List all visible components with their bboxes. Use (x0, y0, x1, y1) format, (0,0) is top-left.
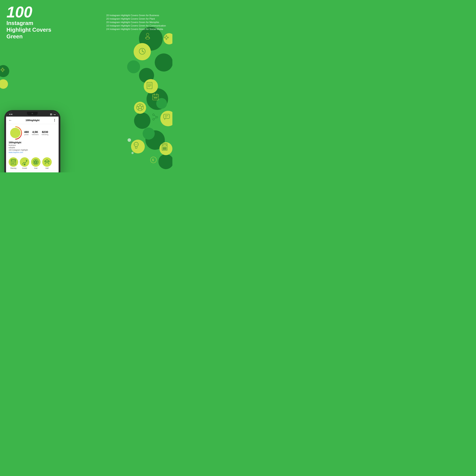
svg-point-15 (143, 128, 155, 140)
svg-rect-52 (162, 143, 167, 150)
title-line3: Green (6, 33, 51, 40)
ig-avatar-ring (9, 126, 22, 140)
svg-point-63 (2, 68, 3, 69)
svg-point-59 (166, 149, 166, 150)
ig-stat-following: 8230 following (42, 130, 48, 136)
svg-point-17 (0, 79, 8, 89)
phone-notch: 8:30 ▌▌ ≈ ▬ (6, 112, 59, 117)
ig-username: 100highlight (26, 119, 40, 121)
svg-line-25 (142, 51, 144, 52)
svg-text:$: $ (152, 158, 154, 162)
svg-point-82 (45, 161, 46, 162)
highlight-circle-goal (31, 157, 40, 167)
back-button[interactable]: ← (9, 118, 12, 122)
followers-label: followers (32, 134, 39, 136)
highlight-circle-staff (42, 157, 52, 167)
feature-item-4: 16 Instagram Highlight Covers Green for … (106, 24, 166, 27)
svg-point-1 (155, 53, 172, 71)
svg-point-55 (164, 147, 165, 148)
svg-point-65 (1, 69, 2, 70)
svg-point-83 (48, 161, 49, 162)
svg-point-7 (134, 43, 151, 60)
ig-link[interactable]: www.inquivix.com (9, 151, 56, 153)
svg-point-41 (153, 119, 154, 120)
phone-outer-shell: 8:30 ▌▌ ≈ ▬ ← 100highlight ⋮ (4, 110, 60, 172)
svg-rect-26 (147, 82, 152, 89)
followers-count: 4,5K (32, 130, 39, 134)
svg-line-43 (154, 118, 156, 119)
feature-item-3: 20 Instagram Highlight Covers Green for … (106, 21, 166, 23)
posts-label: posts (24, 134, 29, 136)
ig-stat-followers: 4,5K followers (32, 130, 39, 136)
svg-point-2 (139, 68, 154, 83)
ig-bio-1: business (9, 144, 56, 146)
svg-point-68 (166, 35, 167, 36)
following-count: 8230 (42, 130, 48, 134)
feature-item-1: 20 Instagram Highlight Covers Green for … (106, 14, 166, 17)
ig-profile-row: 480 posts 4,5K followers 8230 following (9, 126, 56, 140)
ig-bio-2: editable (9, 147, 56, 149)
action-tab-call[interactable]: Call (6, 172, 24, 172)
svg-point-35 (155, 97, 156, 98)
svg-point-14 (156, 98, 167, 109)
svg-point-36 (156, 97, 157, 98)
big-number: 100 (6, 4, 51, 20)
svg-rect-30 (153, 94, 159, 100)
svg-point-13 (127, 60, 140, 73)
svg-point-69 (166, 39, 167, 40)
feature-list: 20 Instagram Highlight Covers Green for … (106, 14, 166, 31)
title-line2: Highlight Covers (6, 27, 51, 33)
ig-highlight-planning[interactable]: Planning (9, 157, 18, 169)
highlight-circle-growth (20, 157, 29, 167)
ig-stats: 480 posts 4,5K followers 8230 following (24, 130, 56, 136)
ig-name: 100highlight (9, 141, 56, 144)
header-section: 100 Instagram Highlight Covers Green (6, 4, 51, 40)
svg-point-6 (158, 154, 172, 169)
ig-bio-3: 100 instagram Highlight (9, 149, 56, 151)
posts-count: 480 (24, 130, 29, 134)
following-label: following (42, 134, 48, 136)
ig-actions: Call Email Address Directions (6, 171, 59, 172)
svg-point-71 (168, 37, 169, 38)
svg-marker-38 (137, 105, 143, 109)
action-tab-directions[interactable]: Directions (41, 172, 59, 172)
phone-screen: 8:30 ▌▌ ≈ ▬ ← 100highlight ⋮ (6, 112, 59, 172)
highlight-label-growth: Growth (22, 168, 27, 169)
highlight-circle-planning (9, 157, 18, 167)
svg-point-8 (144, 79, 158, 93)
svg-point-40 (156, 116, 158, 118)
ig-highlight-growth[interactable]: Growth (20, 157, 29, 169)
svg-point-39 (153, 114, 154, 116)
status-time: 8:30 (9, 113, 13, 115)
svg-point-4 (134, 113, 150, 129)
ig-highlight-goal[interactable]: Goal (31, 157, 40, 169)
svg-rect-44 (164, 114, 170, 119)
svg-point-64 (2, 71, 3, 72)
status-icons: ▌▌ ≈ ▬ (50, 114, 56, 115)
svg-point-60 (150, 157, 156, 163)
svg-point-20 (132, 152, 134, 154)
svg-point-12 (159, 142, 172, 155)
ig-highlight-staff[interactable]: Staff (42, 157, 52, 169)
action-tab-email[interactable]: Email Address (24, 172, 41, 172)
svg-point-37 (136, 104, 143, 111)
svg-point-70 (164, 37, 165, 38)
svg-line-42 (154, 115, 156, 117)
svg-point-67 (165, 36, 168, 39)
ig-menu-button[interactable]: ⋮ (53, 119, 56, 122)
svg-point-62 (1, 69, 4, 71)
highlight-label-staff: Staff (46, 168, 49, 169)
svg-point-58 (164, 149, 165, 150)
svg-point-66 (3, 69, 4, 70)
svg-point-47 (134, 142, 138, 147)
svg-point-3 (147, 88, 168, 110)
highlight-label-planning: Planning (10, 168, 16, 169)
svg-point-54 (163, 147, 164, 148)
svg-point-16 (0, 65, 9, 77)
feature-item-5: 24 Instagram Highlight Covers Green for … (106, 28, 166, 30)
svg-point-10 (160, 111, 172, 126)
ig-avatar (9, 127, 21, 139)
feature-item-2: 20 Instagram Highlight Covers Green for … (106, 17, 166, 20)
svg-point-11 (131, 140, 145, 153)
highlight-label-goal: Goal (34, 168, 37, 169)
